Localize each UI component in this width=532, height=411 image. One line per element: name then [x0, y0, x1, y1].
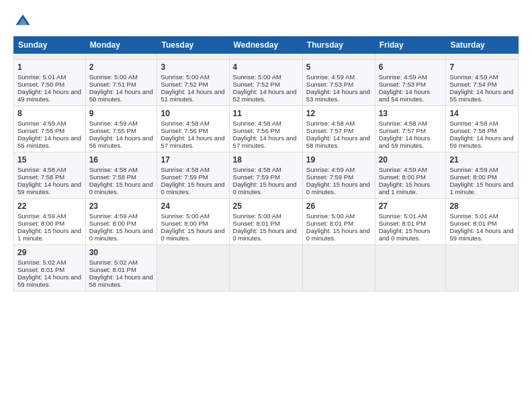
sunrise-text: Sunrise: 4:58 AM — [161, 166, 209, 173]
header-row: Sunday Monday Tuesday Wednesday Thursday… — [14, 37, 519, 54]
daylight-text: Daylight: 14 hours and 50 minutes. — [89, 88, 153, 103]
daylight-text: Daylight: 14 hours and 59 minutes. — [379, 134, 431, 149]
sunrise-text: Sunrise: 4:59 AM — [449, 73, 498, 81]
table-row: 2Sunrise: 5:00 AMSunset: 7:51 PMDaylight… — [85, 60, 157, 106]
col-sunday: Sunday — [14, 37, 86, 54]
table-row — [375, 54, 446, 60]
table-row: 17Sunrise: 4:58 AMSunset: 7:59 PMDayligh… — [157, 152, 229, 199]
day-number: 7 — [449, 62, 515, 72]
sunrise-text: Sunrise: 5:01 AM — [17, 73, 66, 81]
table-row — [302, 245, 375, 291]
table-row: 24Sunrise: 5:00 AMSunset: 8:00 PMDayligh… — [157, 199, 229, 245]
day-number: 23 — [89, 201, 154, 211]
sunrise-text: Sunrise: 4:58 AM — [89, 166, 138, 173]
table-row — [229, 245, 302, 291]
day-number: 30 — [89, 248, 154, 257]
col-saturday: Saturday — [446, 37, 519, 54]
daylight-text: Daylight: 14 hours and 58 minutes. — [306, 134, 370, 149]
day-number: 8 — [17, 109, 82, 118]
day-number: 27 — [379, 201, 443, 211]
sunset-text: Sunset: 7:50 PM — [17, 81, 64, 88]
sunset-text: Sunset: 8:01 PM — [379, 220, 426, 227]
sunset-text: Sunset: 7:53 PM — [379, 81, 426, 88]
table-row: 9Sunrise: 4:59 AMSunset: 7:55 PMDaylight… — [85, 106, 157, 152]
daylight-text: Daylight: 15 hours and 0 minutes. — [306, 227, 370, 242]
sunrise-text: Sunrise: 4:59 AM — [449, 166, 498, 173]
sunset-text: Sunset: 8:01 PM — [449, 220, 496, 227]
sunrise-text: Sunrise: 4:59 AM — [17, 212, 66, 220]
sunrise-text: Sunrise: 4:58 AM — [233, 166, 281, 173]
day-number: 9 — [89, 109, 154, 118]
sunset-text: Sunset: 8:01 PM — [306, 220, 353, 227]
table-row: 4Sunrise: 5:00 AMSunset: 7:52 PMDaylight… — [229, 60, 302, 106]
sunset-text: Sunset: 7:57 PM — [379, 127, 426, 134]
day-number: 6 — [379, 62, 443, 72]
col-monday: Monday — [85, 37, 157, 54]
table-row: 6Sunrise: 4:59 AMSunset: 7:53 PMDaylight… — [375, 60, 446, 106]
daylight-text: Daylight: 14 hours and 52 minutes. — [233, 88, 297, 103]
header — [13, 12, 519, 31]
sunrise-text: Sunrise: 5:01 AM — [379, 212, 427, 220]
table-row: 20Sunrise: 4:59 AMSunset: 8:00 PMDayligh… — [375, 152, 446, 199]
day-number: 10 — [161, 109, 225, 118]
table-row — [14, 54, 86, 60]
sunrise-text: Sunrise: 5:00 AM — [161, 73, 209, 81]
calendar-table: Sunday Monday Tuesday Wednesday Thursday… — [13, 36, 519, 291]
sunset-text: Sunset: 8:01 PM — [17, 266, 64, 273]
sunrise-text: Sunrise: 5:02 AM — [89, 259, 138, 266]
day-number: 25 — [233, 201, 299, 211]
daylight-text: Daylight: 14 hours and 49 minutes. — [17, 88, 81, 103]
calendar-week-3: 15Sunrise: 4:58 AMSunset: 7:58 PMDayligh… — [14, 152, 519, 199]
calendar-week-0 — [14, 54, 519, 60]
table-row — [85, 54, 157, 60]
day-number: 17 — [161, 155, 225, 165]
day-number: 2 — [89, 62, 154, 72]
day-number: 24 — [161, 201, 225, 211]
sunset-text: Sunset: 8:01 PM — [233, 220, 280, 227]
sunset-text: Sunset: 7:58 PM — [17, 173, 64, 181]
daylight-text: Daylight: 15 hours and 0 minutes. — [161, 227, 224, 242]
table-row: 19Sunrise: 4:59 AMSunset: 7:59 PMDayligh… — [302, 152, 375, 199]
sunrise-text: Sunrise: 4:59 AM — [306, 73, 355, 81]
table-row — [446, 54, 519, 60]
sunset-text: Sunset: 7:52 PM — [161, 81, 208, 88]
sunrise-text: Sunrise: 5:00 AM — [306, 212, 355, 220]
day-number: 29 — [17, 248, 82, 257]
table-row: 27Sunrise: 5:01 AMSunset: 8:01 PMDayligh… — [375, 199, 446, 245]
sunset-text: Sunset: 7:58 PM — [449, 127, 496, 134]
daylight-text: Daylight: 14 hours and 53 minutes. — [306, 88, 370, 103]
sunrise-text: Sunrise: 5:00 AM — [161, 212, 209, 220]
day-number: 4 — [233, 62, 299, 72]
day-number: 28 — [449, 201, 515, 211]
table-row: 1Sunrise: 5:01 AMSunset: 7:50 PMDaylight… — [14, 60, 86, 106]
col-thursday: Thursday — [302, 37, 375, 54]
calendar-week-5: 29Sunrise: 5:02 AMSunset: 8:01 PMDayligh… — [14, 245, 519, 291]
day-number: 11 — [233, 109, 299, 118]
table-row — [157, 54, 229, 60]
table-row: 3Sunrise: 5:00 AMSunset: 7:52 PMDaylight… — [157, 60, 229, 106]
calendar-week-1: 1Sunrise: 5:01 AMSunset: 7:50 PMDaylight… — [14, 60, 519, 106]
table-row: 7Sunrise: 4:59 AMSunset: 7:54 PMDaylight… — [446, 60, 519, 106]
logo-icon — [13, 12, 32, 31]
sunset-text: Sunset: 7:51 PM — [89, 81, 136, 88]
daylight-text: Daylight: 14 hours and 54 minutes. — [379, 88, 431, 103]
day-number: 15 — [17, 155, 82, 165]
sunset-text: Sunset: 7:59 PM — [233, 173, 280, 181]
table-row: 11Sunrise: 4:58 AMSunset: 7:56 PMDayligh… — [229, 106, 302, 152]
daylight-text: Daylight: 15 hours and 0 minutes. — [89, 227, 153, 242]
sunrise-text: Sunrise: 4:58 AM — [379, 120, 427, 127]
day-number: 1 — [17, 62, 82, 72]
sunset-text: Sunset: 7:56 PM — [161, 127, 208, 134]
daylight-text: Daylight: 15 hours and 0 minutes. — [306, 181, 370, 195]
logo — [13, 12, 35, 31]
sunrise-text: Sunrise: 4:58 AM — [161, 120, 209, 127]
sunrise-text: Sunrise: 4:59 AM — [379, 73, 427, 81]
sunrise-text: Sunrise: 5:00 AM — [233, 212, 281, 220]
sunrise-text: Sunrise: 4:58 AM — [449, 120, 498, 127]
table-row: 14Sunrise: 4:58 AMSunset: 7:58 PMDayligh… — [446, 106, 519, 152]
sunset-text: Sunset: 7:59 PM — [161, 173, 208, 181]
day-number: 14 — [449, 109, 515, 118]
daylight-text: Daylight: 15 hours and 0 minutes. — [379, 227, 431, 242]
sunset-text: Sunset: 8:00 PM — [17, 220, 64, 227]
daylight-text: Daylight: 15 hours and 0 minutes. — [161, 181, 224, 195]
